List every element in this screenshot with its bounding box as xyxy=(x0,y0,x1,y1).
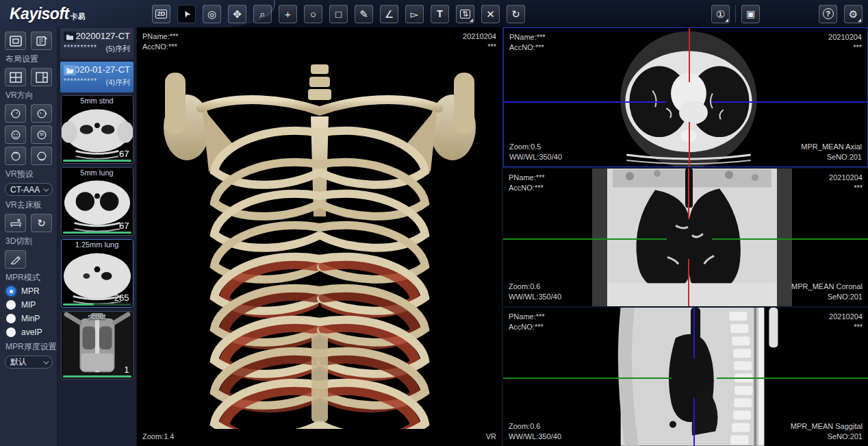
single-view-button[interactable]: ① xyxy=(711,5,730,23)
vr-head-inferior-button[interactable] xyxy=(31,147,52,165)
study-series-count: (4)序列 xyxy=(106,77,130,88)
thumbnail-progress-bar xyxy=(63,303,131,306)
thumbnail-progress-bar xyxy=(63,375,131,377)
vr-head-left-button[interactable] xyxy=(5,104,26,123)
crosshair-tool-icon: + xyxy=(285,9,291,19)
layout-split-button[interactable] xyxy=(31,68,52,86)
windowing-button[interactable]: ◎ xyxy=(203,5,221,23)
coronal-crosshair-horizontal[interactable] xyxy=(503,238,667,240)
help-button[interactable]: ? xyxy=(819,5,837,23)
layout-single-button[interactable] xyxy=(5,32,26,50)
chevron-down-icon xyxy=(43,358,49,364)
vr-head-inferior-icon xyxy=(36,151,48,162)
vr-preset-select[interactable]: CT-AAA xyxy=(5,183,53,196)
axial-crosshair-horizontal[interactable] xyxy=(711,101,867,103)
preset-button[interactable]: ⇅ xyxy=(456,5,474,23)
sagittal-crosshair-vertical[interactable] xyxy=(693,308,695,358)
mpr-column: PName:*** AccNO:*** 20210204 *** Zoom:0.… xyxy=(503,27,868,446)
wwwl-label: WW/WL:350/40 xyxy=(509,292,561,302)
chevron-down-icon xyxy=(43,186,49,191)
cursor-button[interactable]: ➤ xyxy=(177,5,196,23)
mpr-thickness-label: MPR厚度设置 xyxy=(5,341,52,353)
crosshair-tool-button[interactable]: + xyxy=(279,5,297,23)
series-panel: 20200127-CT**********(5)序列2020-01-27-CT*… xyxy=(58,27,137,446)
mpr-thickness-select[interactable]: 默认 xyxy=(5,356,53,369)
vr-head-left-icon xyxy=(10,108,22,119)
vr-head-superior-button[interactable] xyxy=(5,147,26,165)
radio-icon xyxy=(6,286,16,296)
cut-section-label: 3D切割 xyxy=(5,236,52,247)
corner-triangle-icon xyxy=(725,18,728,22)
coronal-viewport[interactable]: PName:*** AccNO:*** 20210204 *** Zoom:0.… xyxy=(503,169,868,307)
2d-toggle-button[interactable]: 2D xyxy=(152,5,170,23)
coronal-crosshair-vertical[interactable] xyxy=(688,169,689,219)
study-date-label: 20210204 xyxy=(829,312,863,322)
help-icon: ? xyxy=(823,8,834,19)
thumbnail-5mm-lung[interactable]: 5mm lung67 xyxy=(61,167,133,236)
layout-grid-button[interactable] xyxy=(5,68,26,86)
coronal-crosshair-horizontal[interactable] xyxy=(712,238,868,240)
study-patient-masked: ********** xyxy=(64,77,97,88)
mpr-mode-mip[interactable]: MIP xyxy=(6,300,52,310)
layout-section-label: 布局设置 xyxy=(5,53,52,65)
settings-button[interactable]: ⚙ xyxy=(844,5,863,23)
toolbar-right-group1: ①▣ xyxy=(711,0,760,27)
rect-roi-button[interactable]: □ xyxy=(329,5,348,23)
remove-bed-button[interactable] xyxy=(5,214,26,232)
axial-crosshair-vertical[interactable] xyxy=(689,122,690,166)
vr-direction-label: VR方向 xyxy=(5,90,52,101)
angle-button[interactable]: ∠ xyxy=(380,5,398,23)
sagittal-viewport[interactable]: PName:*** AccNO:*** 20210204 *** Zoom:0.… xyxy=(503,308,868,446)
reset-button[interactable]: ↻ xyxy=(507,5,525,23)
zoom-label: Zoom:1.4 xyxy=(142,432,174,442)
cut-knife-button[interactable] xyxy=(5,250,26,269)
pname-label: PName:*** xyxy=(509,173,545,183)
zoom-tool-icon: ⌕ xyxy=(259,9,265,19)
save-icon: ▣ xyxy=(746,9,755,18)
axial-crosshair-horizontal[interactable] xyxy=(504,101,666,103)
pan-button[interactable]: ✥ xyxy=(228,5,246,23)
axial-viewport[interactable]: PName:*** AccNO:*** 20210204 *** Zoom:0.… xyxy=(503,27,868,167)
arrow-annotation-button[interactable]: ▻ xyxy=(405,5,424,23)
thumbnail-progress-bar xyxy=(63,232,131,234)
sagittal-crosshair-vertical[interactable] xyxy=(693,398,695,446)
mpr-mode-minp[interactable]: MinP xyxy=(6,314,52,323)
sagittal-crosshair-horizontal[interactable] xyxy=(717,377,868,379)
thumbnail-scout[interactable]: scout1 xyxy=(61,311,133,380)
masked-label: *** xyxy=(829,183,863,193)
thumbnail-progress-fill xyxy=(63,375,131,377)
vr-render xyxy=(159,45,481,429)
thumbnail-image-count: 67 xyxy=(119,149,129,159)
layout-report-button[interactable] xyxy=(31,32,52,50)
mpr-mode-mpr[interactable]: MPR xyxy=(6,286,52,296)
vr-head-right-button[interactable] xyxy=(31,104,52,123)
delete-button[interactable]: ✕ xyxy=(481,5,500,23)
mpr-mode-aveip[interactable]: aveIP xyxy=(6,327,52,337)
mpr-mode-label: aveIP xyxy=(21,327,42,337)
thumbnail-1-25mm-lung[interactable]: 1.25mm lung265 xyxy=(61,239,133,308)
vr-preset-value: CT-AAA xyxy=(10,185,40,195)
top-bar: Kayisoft 卡易 2D➤◎✥⌕+○□✎∠▻T⇅✕↻ ①▣ ?⚙ xyxy=(0,0,868,27)
thumbnail-label: 5mm lung xyxy=(62,169,133,177)
bed-reset-button[interactable]: ↻ xyxy=(31,214,52,232)
study-item[interactable]: 2020-01-27-CT**********(4)序列 xyxy=(60,62,133,92)
axial-crosshair-vertical[interactable] xyxy=(689,28,690,82)
vr-head-anterior-button[interactable] xyxy=(5,125,26,144)
sagittal-crosshair-horizontal[interactable] xyxy=(503,377,672,379)
pname-label: PName:*** xyxy=(509,312,545,322)
coronal-crosshair-vertical[interactable] xyxy=(688,259,689,307)
radio-icon xyxy=(6,327,16,337)
ellipse-roi-button[interactable]: ○ xyxy=(304,5,322,23)
vr-viewport[interactable]: PName:*** AccNO:*** 20210204 *** Zoom:1.… xyxy=(137,27,502,446)
text-annotation-button[interactable]: T xyxy=(431,5,449,23)
zoom-tool-button[interactable]: ⌕ xyxy=(253,5,272,23)
seno-label: SeNO:201 xyxy=(791,432,863,442)
vr-head-posterior-button[interactable] xyxy=(31,125,52,144)
measure-button[interactable]: ✎ xyxy=(355,5,373,23)
study-item[interactable]: 20200127-CT**********(5)序列 xyxy=(60,28,133,59)
settings-icon: ⚙ xyxy=(849,9,858,19)
preset-icon: ⇅ xyxy=(460,10,470,18)
thumbnail-5mm-stnd[interactable]: 5mm stnd67 xyxy=(61,95,133,164)
app-logo: Kayisoft 卡易 xyxy=(10,5,86,23)
save-button[interactable]: ▣ xyxy=(741,5,760,23)
